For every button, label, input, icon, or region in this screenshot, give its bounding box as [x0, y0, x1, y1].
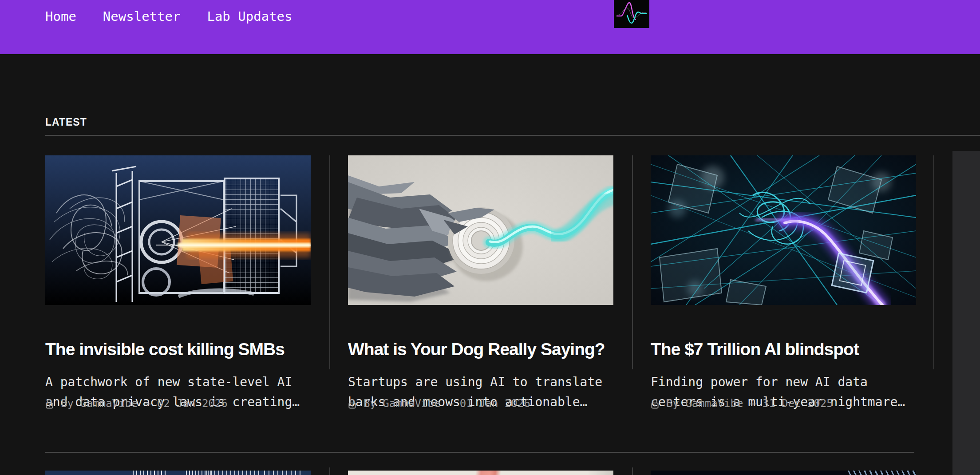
article-image-neon-network[interactable]: [651, 155, 916, 305]
article-card-5[interactable]: [348, 471, 613, 475]
article-image-pink-object: [348, 471, 613, 475]
article-byline: By GammaVibe — 01 Jan 2026: [348, 397, 530, 410]
nav-link-lab-updates[interactable]: Lab Updates: [207, 9, 292, 24]
column-divider: [632, 467, 633, 475]
lock-icon: [651, 398, 659, 409]
byline-text: By GammaVibe — 01 Jan 2026: [364, 397, 530, 410]
article-card-3[interactable]: The $7 Trillion AI blindspot Finding pow…: [651, 155, 916, 422]
lock-icon: [348, 398, 356, 409]
lock-icon: [45, 398, 54, 409]
byline-text: By GammaVibe — 02 Jan 2026: [61, 397, 228, 410]
nav-link-newsletter[interactable]: Newsletter: [103, 9, 181, 24]
article-image-towers: [45, 471, 311, 475]
site-header: Home Newsletter Lab Updates: [0, 0, 980, 54]
article-byline: By GammaVibe — 31 Dec 2025: [651, 397, 833, 410]
next-column-panel: [952, 151, 980, 475]
page: Home Newsletter Lab Updates: [0, 0, 980, 475]
article-card-6[interactable]: [651, 471, 916, 475]
column-divider: [329, 467, 330, 475]
article-title[interactable]: The invisible cost killing SMBs: [45, 339, 311, 360]
article-title[interactable]: The $7 Trillion AI blindspot: [651, 339, 916, 360]
site-logo[interactable]: [614, 0, 649, 28]
column-divider: [933, 155, 934, 369]
waveform-icon: [614, 0, 649, 28]
column-divider: [329, 155, 330, 369]
nav-link-home[interactable]: Home: [45, 9, 76, 24]
article-title[interactable]: What is Your Dog Really Saying?: [348, 339, 613, 360]
article-card-1[interactable]: The invisible cost killing SMBs A patchw…: [45, 155, 311, 422]
main-nav: Home Newsletter Lab Updates: [45, 9, 292, 24]
section-divider: [45, 135, 980, 136]
section-heading-latest: LATEST: [45, 116, 87, 128]
article-image-blue-streaks: [651, 471, 916, 475]
article-image-machine-beam[interactable]: [45, 155, 311, 305]
article-image-paper-wave[interactable]: [348, 155, 613, 305]
byline-text: By GammaVibe — 31 Dec 2025: [666, 397, 833, 410]
column-divider: [632, 155, 633, 369]
article-card-4[interactable]: [45, 471, 311, 475]
article-byline: By GammaVibe — 02 Jan 2026: [45, 397, 228, 410]
article-card-2[interactable]: What is Your Dog Really Saying? Startups…: [348, 155, 613, 422]
row-divider: [45, 452, 914, 453]
